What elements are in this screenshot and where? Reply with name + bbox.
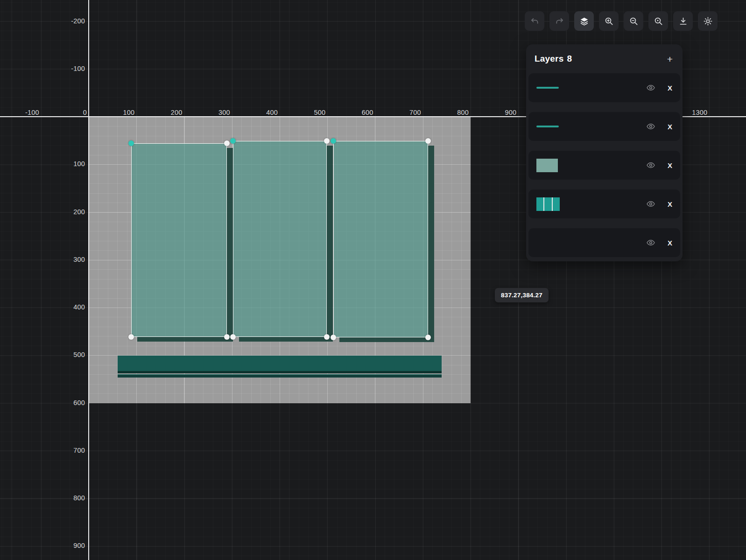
shape-rect-1[interactable] — [131, 143, 227, 337]
layers-panel-header: Layers8 + — [528, 44, 680, 73]
layer-item[interactable]: X — [528, 112, 680, 141]
layer-thumbnail-three-rects — [536, 197, 560, 211]
download-icon — [678, 16, 688, 26]
shape-rect-3[interactable] — [333, 141, 428, 337]
eye-icon — [646, 122, 655, 131]
selection-handle-tl[interactable] — [128, 140, 134, 146]
delete-layer-button[interactable]: X — [668, 161, 672, 169]
cursor-coordinates-tooltip: 837.27,384.27 — [495, 288, 549, 302]
selection-handle-tr[interactable] — [224, 140, 230, 146]
shape-rect-2[interactable] — [233, 141, 327, 337]
layer-item[interactable]: X — [528, 228, 680, 257]
layers-button[interactable] — [574, 11, 594, 31]
selection-handle-bl[interactable] — [331, 335, 336, 340]
undo-button[interactable] — [525, 11, 544, 31]
visibility-toggle[interactable] — [646, 238, 655, 247]
layer-item[interactable]: X — [528, 189, 680, 218]
layers-icon — [579, 16, 589, 26]
download-button[interactable] — [673, 11, 693, 31]
layers-panel: Layers8 + XXXXX — [526, 44, 683, 261]
visibility-toggle[interactable] — [646, 83, 655, 92]
zoom-out-button[interactable] — [624, 11, 643, 31]
selection-handle-tr[interactable] — [324, 138, 330, 144]
undo-icon — [530, 16, 540, 26]
redo-button[interactable] — [549, 11, 569, 31]
layers-title-text: Layers — [535, 54, 563, 63]
layer-item[interactable]: X — [528, 151, 680, 180]
layer-thumbnail-line — [536, 87, 559, 89]
visibility-toggle[interactable] — [646, 161, 655, 170]
visibility-toggle[interactable] — [646, 122, 655, 131]
layers-count: 8 — [567, 54, 572, 63]
zoom-reset-icon — [654, 16, 663, 26]
zoom-reset-button[interactable] — [648, 11, 668, 31]
selection-handle-br[interactable] — [224, 334, 230, 340]
layer-thumbnail-line — [536, 126, 559, 127]
delete-layer-button[interactable]: X — [668, 200, 672, 208]
eye-icon — [646, 199, 655, 209]
selection-handle-bl[interactable] — [230, 334, 236, 340]
delete-layer-button[interactable]: X — [668, 123, 672, 131]
sun-icon — [703, 16, 713, 26]
layer-thumbnail-rect — [536, 159, 558, 172]
eye-icon — [646, 238, 655, 247]
selection-handle-tr[interactable] — [425, 138, 431, 144]
selection-handle-br[interactable] — [425, 335, 431, 340]
zoom-in-button[interactable] — [599, 11, 619, 31]
layer-item[interactable]: X — [528, 73, 680, 102]
shape-bar[interactable] — [118, 356, 441, 373]
shape-bar-line[interactable] — [118, 374, 441, 378]
zoom-in-icon — [604, 16, 614, 26]
zoom-out-icon — [629, 16, 639, 26]
layers-list: XXXXX — [528, 73, 680, 257]
selection-handle-tl[interactable] — [331, 138, 336, 144]
delete-layer-button[interactable]: X — [668, 84, 672, 92]
selection-handle-br[interactable] — [324, 334, 330, 340]
delete-layer-button[interactable]: X — [668, 239, 672, 247]
toolbar — [525, 11, 718, 31]
selection-handle-tl[interactable] — [230, 138, 236, 144]
add-layer-button[interactable]: + — [667, 54, 673, 64]
visibility-toggle[interactable] — [646, 199, 655, 209]
eye-icon — [646, 83, 655, 92]
selection-handle-bl[interactable] — [128, 334, 134, 340]
redo-icon — [555, 16, 564, 26]
layer-thumbnail-empty — [536, 243, 537, 243]
eye-icon — [646, 161, 655, 170]
layers-panel-title: Layers8 — [535, 54, 572, 64]
theme-button[interactable] — [698, 11, 718, 31]
